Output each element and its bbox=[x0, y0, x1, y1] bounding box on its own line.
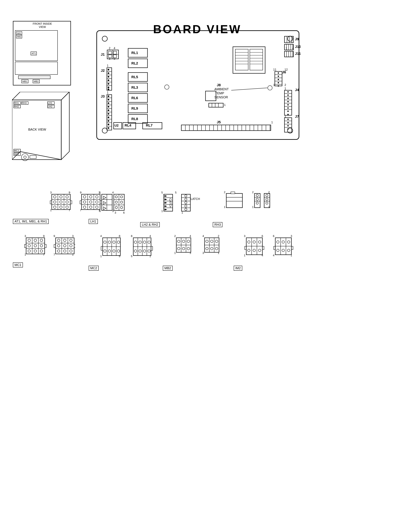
svg-marker-257 bbox=[103, 196, 106, 199]
svg-point-176 bbox=[287, 125, 289, 126]
svg-marker-285 bbox=[165, 209, 167, 210]
mb1-front-label: MB1 bbox=[21, 79, 28, 83]
svg-text:1: 1 bbox=[149, 255, 151, 258]
lh2-rh2-svg: 5 1 5 CATCH bbox=[160, 190, 222, 226]
svg-text:RL7: RL7 bbox=[146, 123, 153, 127]
svg-rect-286 bbox=[181, 194, 190, 211]
im2-section-label: IM2 bbox=[234, 266, 242, 271]
svg-point-336 bbox=[34, 250, 37, 252]
svg-point-449 bbox=[282, 241, 284, 243]
svg-point-82 bbox=[108, 116, 109, 118]
svg-point-352 bbox=[57, 244, 60, 247]
svg-text:CATCH: CATCH bbox=[169, 198, 172, 208]
front-bottom-section bbox=[15, 62, 58, 75]
svg-rect-117 bbox=[233, 47, 265, 73]
svg-point-142 bbox=[278, 79, 279, 80]
svg-text:5: 5 bbox=[131, 255, 132, 258]
im2-section: IM2 3 6 1 4 6 3 4 1 bbox=[234, 234, 311, 272]
svg-text:LH2: LH2 bbox=[48, 105, 52, 108]
svg-rect-186 bbox=[181, 125, 271, 131]
svg-text:RL8: RL8 bbox=[131, 117, 138, 121]
svg-text:1: 1 bbox=[107, 64, 108, 67]
mc2-svg: 4 8 1 5 8 4 5 1 bbox=[99, 234, 158, 269]
svg-text:1: 1 bbox=[224, 206, 225, 209]
svg-point-56 bbox=[108, 83, 109, 85]
svg-text:5: 5 bbox=[119, 255, 120, 258]
svg-text:MC2: MC2 bbox=[14, 153, 19, 155]
svg-point-85 bbox=[108, 127, 109, 129]
svg-point-433 bbox=[253, 241, 255, 243]
svg-text:J1: J1 bbox=[101, 52, 105, 57]
svg-point-432 bbox=[248, 241, 250, 243]
svg-text:MC1: MC1 bbox=[14, 149, 19, 152]
svg-text:4: 4 bbox=[292, 47, 294, 50]
svg-point-57 bbox=[108, 86, 109, 88]
svg-text:1: 1 bbox=[252, 206, 253, 209]
svg-text:1: 1 bbox=[244, 254, 245, 257]
svg-point-175 bbox=[287, 122, 289, 123]
svg-point-313 bbox=[256, 202, 258, 204]
front-inside-label: FRONT INSIDEVIEW bbox=[33, 22, 52, 29]
svg-line-4 bbox=[20, 152, 61, 160]
svg-text:4: 4 bbox=[202, 235, 204, 238]
svg-text:RH1: RH1 bbox=[14, 102, 19, 104]
svg-text:SENSOR: SENSOR bbox=[214, 95, 228, 99]
svg-rect-36 bbox=[108, 51, 112, 54]
svg-point-372 bbox=[117, 241, 120, 243]
svg-point-220 bbox=[66, 196, 68, 198]
svg-point-448 bbox=[277, 241, 279, 243]
svg-point-334 bbox=[40, 244, 43, 247]
svg-point-164 bbox=[287, 104, 289, 105]
svg-text:LH1: LH1 bbox=[48, 102, 52, 104]
svg-rect-324 bbox=[26, 238, 45, 254]
svg-point-267 bbox=[120, 201, 123, 203]
svg-point-450 bbox=[287, 241, 290, 243]
svg-point-404 bbox=[177, 240, 180, 243]
svg-point-393 bbox=[143, 250, 146, 252]
svg-point-294 bbox=[185, 205, 187, 207]
svg-rect-37 bbox=[113, 51, 117, 54]
svg-text:7: 7 bbox=[43, 253, 45, 256]
svg-point-295 bbox=[185, 208, 187, 210]
svg-text:6: 6 bbox=[99, 209, 101, 213]
svg-text:6: 6 bbox=[273, 235, 274, 238]
svg-point-266 bbox=[115, 201, 118, 203]
svg-text:9: 9 bbox=[69, 191, 70, 194]
svg-text:J4: J4 bbox=[295, 88, 299, 92]
svg-point-21 bbox=[24, 156, 26, 159]
svg-text:7: 7 bbox=[54, 253, 55, 256]
at1-section-label: AT1, IM1, MB1, & RH1 bbox=[13, 219, 49, 224]
mc1-section-label: MC1 bbox=[13, 262, 23, 267]
svg-point-149 bbox=[268, 86, 272, 90]
svg-point-357 bbox=[70, 250, 72, 252]
svg-text:1: 1 bbox=[271, 121, 273, 124]
svg-text:1: 1 bbox=[25, 253, 26, 256]
svg-text:RH3: RH3 bbox=[22, 102, 27, 104]
svg-point-453 bbox=[287, 249, 290, 252]
svg-text:4: 4 bbox=[112, 191, 114, 194]
svg-text:4: 4 bbox=[100, 235, 102, 238]
svg-point-55 bbox=[108, 79, 109, 81]
svg-point-370 bbox=[108, 241, 111, 243]
svg-text:6: 6 bbox=[123, 211, 125, 214]
svg-point-355 bbox=[57, 250, 60, 252]
svg-text:J9: J9 bbox=[295, 37, 299, 41]
svg-text:1: 1 bbox=[284, 115, 286, 118]
svg-point-351 bbox=[70, 239, 72, 242]
svg-rect-66 bbox=[107, 95, 112, 130]
svg-point-141 bbox=[278, 76, 279, 77]
svg-point-77 bbox=[108, 99, 109, 100]
svg-rect-109 bbox=[284, 51, 293, 57]
svg-text:J8: J8 bbox=[217, 83, 221, 87]
svg-text:1: 1 bbox=[174, 251, 176, 255]
svg-point-291 bbox=[185, 195, 187, 197]
svg-rect-308 bbox=[254, 193, 260, 208]
svg-point-369 bbox=[104, 241, 106, 243]
svg-point-317 bbox=[266, 194, 268, 197]
svg-text:1: 1 bbox=[268, 206, 270, 209]
svg-text:2: 2 bbox=[218, 235, 219, 238]
svg-point-241 bbox=[83, 201, 86, 203]
lh1-connectors-svg: 1 6 4 3 3 6 bbox=[98, 190, 144, 222]
svg-point-78 bbox=[108, 102, 109, 104]
svg-point-312 bbox=[256, 198, 258, 200]
